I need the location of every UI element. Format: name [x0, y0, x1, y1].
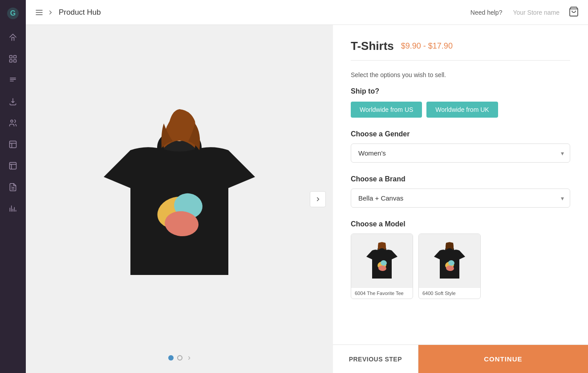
brand-logo[interactable]: G — [5, 5, 21, 21]
previous-step-button[interactable]: PREVIOUS STEP — [333, 345, 418, 373]
home-icon[interactable] — [4, 29, 22, 46]
header-divider — [351, 60, 570, 61]
image-container — [26, 43, 333, 355]
ship-buttons: Worldwide from US Worldwide from UK — [351, 102, 570, 118]
documents-icon[interactable] — [4, 178, 22, 196]
svg-text:G: G — [10, 9, 16, 17]
brand-select[interactable]: Bella + Canvas Gildan Next Level — [351, 189, 570, 208]
gender-label: Choose a Gender — [351, 130, 570, 138]
model-card-1[interactable]: 6004 The Favorite Tee — [351, 234, 413, 299]
sidebar: G — [0, 0, 26, 373]
model-card-1-label: 6004 The Favorite Tee — [351, 287, 413, 299]
carousel-dots: › — [168, 353, 191, 362]
continue-button[interactable]: CONTINUE — [418, 345, 588, 373]
carousel-dot-2[interactable] — [177, 355, 182, 361]
model-card-1-image — [351, 234, 413, 287]
model-label: Choose a Model — [351, 220, 570, 228]
svg-rect-8 — [10, 163, 16, 169]
brand-label: Choose a Brand — [351, 175, 570, 183]
carousel-next-button[interactable] — [310, 191, 326, 207]
svg-rect-3 — [14, 56, 16, 58]
ship-label: Ship to? — [351, 87, 570, 95]
model-card-2[interactable]: 6400 Soft Style — [418, 234, 481, 299]
cart-icon[interactable] — [568, 6, 579, 19]
carousel-dot-1[interactable] — [168, 355, 174, 361]
brand-select-wrapper: Bella + Canvas Gildan Next Level ▾ — [351, 189, 570, 208]
svg-rect-5 — [14, 60, 16, 62]
model-card-2-label: 6400 Soft Style — [419, 287, 480, 299]
store-name[interactable]: Your Store name — [513, 9, 560, 16]
product-image-panel: › — [26, 25, 333, 373]
analytics-icon[interactable] — [4, 200, 22, 217]
help-link[interactable]: Need help? — [470, 9, 503, 16]
table-icon[interactable] — [4, 157, 22, 175]
catalog-icon[interactable] — [4, 50, 22, 68]
model-card-2-image — [419, 234, 480, 287]
model-grid: 6004 The Favorite Tee 640 — [351, 234, 570, 299]
options-panel: T-Shirts $9.90 - $17.90 Select the optio… — [333, 25, 588, 373]
orders-icon[interactable] — [4, 71, 22, 89]
svg-rect-4 — [10, 60, 12, 62]
section-subtitle: Select the options you wish to sell. — [351, 71, 570, 78]
product-price: $9.90 - $17.90 — [401, 41, 453, 51]
gender-select-wrapper: Women's Men's Unisex ▾ — [351, 143, 570, 163]
svg-point-6 — [11, 120, 13, 122]
svg-rect-7 — [10, 141, 16, 148]
reports-icon[interactable] — [4, 135, 22, 153]
ship-us-button[interactable]: Worldwide from US — [351, 102, 422, 118]
gender-select[interactable]: Women's Men's Unisex — [351, 143, 570, 163]
product-title: T-Shirts — [351, 39, 394, 53]
import-icon[interactable] — [4, 93, 22, 111]
product-header: T-Shirts $9.90 - $17.90 — [351, 39, 570, 53]
menu-button[interactable] — [35, 8, 53, 17]
bottom-bar: PREVIOUS STEP CONTINUE — [333, 344, 588, 373]
page-title: Product Hub — [59, 8, 101, 17]
carousel-arrow-icon[interactable]: › — [188, 353, 191, 362]
team-icon[interactable] — [4, 114, 22, 132]
svg-rect-2 — [10, 56, 12, 58]
topnav: Product Hub Need help? Your Store name — [26, 0, 588, 25]
ship-uk-button[interactable]: Worldwide from UK — [426, 102, 498, 118]
